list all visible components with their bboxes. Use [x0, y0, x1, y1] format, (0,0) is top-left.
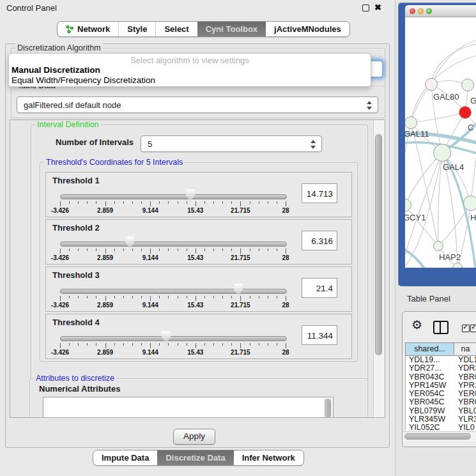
cyni-bottom-tab-bar: Impute Data Discretize Data Infer Networ… — [93, 450, 304, 466]
threshold-value-field[interactable]: 21.4 — [302, 278, 337, 298]
number-of-intervals-combobox[interactable]: 5 — [141, 135, 322, 152]
table-cell[interactable]: YER0 — [454, 390, 476, 398]
column-header-shared-name[interactable]: shared... — [406, 343, 454, 355]
table-row[interactable]: YDL19... YDL1 — [406, 356, 476, 364]
algorithm-placeholder-option[interactable]: Select algorithm to view settings — [9, 56, 371, 65]
network-canvas[interactable]: GAL80GACGAL11GAL4GCY1HHAP2 — [405, 17, 476, 268]
interval-definition-group-title: Interval Definition — [35, 120, 101, 129]
cyni-bottom-tab[interactable]: Infer Network — [234, 450, 303, 465]
table-horizontal-scrollbar[interactable] — [403, 431, 476, 441]
table-row[interactable]: YLR345W YLR3 — [406, 415, 476, 424]
close-icon[interactable]: ✖ — [374, 3, 381, 12]
tab-label: Cyni Toolbox — [206, 24, 257, 34]
network-view-window: GAL80GACGAL11GAL4GCY1HHAP2 — [398, 3, 476, 286]
table-cell[interactable]: YBR045C — [406, 398, 454, 406]
network-node-label: H — [470, 213, 476, 222]
table-cell[interactable]: YDR27... — [406, 364, 454, 372]
thresholds-group: Threshold's Coordinates for 5 Intervals … — [40, 162, 358, 362]
table-cell[interactable]: YLR345W — [406, 415, 454, 424]
column-header-name[interactable]: na — [454, 343, 476, 355]
algorithm-option-manual[interactable]: Manual Discretization — [12, 65, 100, 75]
number-of-intervals-value: 5 — [148, 139, 152, 149]
table-horizontal-scrollbar-thumb[interactable] — [404, 433, 471, 440]
network-node[interactable] — [459, 106, 472, 119]
table-cell[interactable]: YBR0 — [454, 373, 476, 381]
checkbox-icon[interactable] — [470, 325, 476, 332]
slider-track[interactable] — [60, 242, 287, 247]
control-panel-tab-bar: Network Style Select Cyni Toolbox jActiv… — [57, 21, 350, 37]
network-icon — [66, 25, 74, 33]
table-data-selected-value: galFiltered.sif default node — [24, 100, 121, 110]
table-cell[interactable]: YBR0 — [454, 398, 476, 406]
right-column: GAL80GACGAL11GAL4GCY1HHAP2 Table Panel ⚙… — [395, 0, 476, 476]
table-cell[interactable]: YPR1 — [454, 381, 476, 390]
application-root: Control Panel ✖ Network Style — [0, 0, 476, 476]
control-panel-tab[interactable]: Select — [155, 22, 197, 36]
table-row[interactable]: YER054C YER0 — [406, 390, 476, 398]
cyni-bottom-tab[interactable]: Impute Data — [93, 450, 157, 465]
table-row[interactable]: YBL079W YBL0 — [406, 407, 476, 415]
settings-scrollbar-thumb[interactable] — [375, 134, 382, 355]
table-cell[interactable]: YDR2 — [454, 364, 476, 372]
checkbox-icon[interactable] — [462, 325, 470, 332]
minimize-traffic-light-icon[interactable] — [418, 8, 424, 14]
network-node[interactable] — [433, 144, 451, 162]
table-data-combobox[interactable]: galFiltered.sif default node — [17, 96, 378, 113]
network-node[interactable] — [425, 78, 438, 91]
table-row[interactable]: YDR27... YDR2 — [406, 364, 476, 372]
network-node[interactable] — [433, 241, 443, 251]
table-row[interactable]: YBR045C YBR0 — [406, 398, 476, 406]
algorithm-option-equal-width[interactable]: Equal Width/Frequency Discretization — [12, 75, 155, 85]
slider-track[interactable] — [60, 336, 287, 341]
table-cell[interactable]: YDL1 — [454, 356, 476, 364]
table-cell[interactable]: YBL0 — [454, 407, 476, 415]
table-cell[interactable]: YBR043C — [406, 373, 454, 381]
network-node[interactable] — [463, 196, 476, 211]
table-panel-window: ⚙ shared... na YDL19... YDL1 YDR27... YD… — [402, 311, 476, 447]
zoom-traffic-light-icon[interactable] — [426, 8, 432, 14]
algorithm-dropdown-popup: Select algorithm to view settings Manual… — [8, 53, 371, 87]
list-scrollbar[interactable] — [324, 398, 332, 418]
slider-ticks — [60, 201, 286, 207]
table-row[interactable]: YBR043C YBR0 — [406, 373, 476, 381]
tab-label: Network — [77, 24, 110, 34]
settings-scrollbar[interactable] — [373, 120, 385, 417]
gear-icon[interactable]: ⚙ — [411, 318, 422, 332]
network-node[interactable] — [405, 199, 411, 211]
network-node-label: GAL4 — [443, 162, 464, 172]
discretization-algorithm-group-title: Discretization Algorithm — [15, 43, 103, 52]
tab-label: Style — [127, 24, 147, 34]
table-cell[interactable]: YLR3 — [454, 415, 476, 424]
float-window-icon[interactable] — [362, 4, 369, 12]
threshold-value-field[interactable]: 11.344 — [302, 325, 337, 345]
table-panel-title: Table Panel — [407, 294, 450, 303]
close-traffic-light-icon[interactable] — [410, 8, 415, 14]
split-columns-icon[interactable] — [433, 321, 449, 334]
control-panel-tab[interactable]: Style — [118, 22, 155, 36]
table-row[interactable]: YPR145W YPR1 — [406, 381, 476, 390]
cyni-bottom-tab[interactable]: Discretize Data — [157, 450, 233, 465]
list-scrollbar-thumb[interactable] — [325, 399, 331, 418]
network-node[interactable] — [452, 263, 463, 268]
threshold-value-field[interactable]: 14.713 — [302, 183, 337, 203]
attribute-list-item[interactable] — [43, 400, 333, 401]
table-cell[interactable]: YPR145W — [406, 381, 454, 390]
table-cell[interactable]: YDL19... — [406, 356, 454, 364]
control-panel-tab[interactable]: Cyni Toolbox — [197, 22, 266, 36]
slider-track[interactable] — [60, 194, 287, 199]
control-panel-window: Control Panel ✖ Network Style — [0, 0, 395, 476]
threshold-row: Threshold 3 -3.4262.8599.14415.4321.7152… — [45, 266, 352, 312]
table-cell[interactable]: YBL079W — [406, 407, 454, 415]
control-panel-titlebar: Control Panel ✖ — [0, 0, 395, 15]
table-cell[interactable]: YER054C — [406, 390, 454, 398]
network-node[interactable] — [461, 79, 474, 91]
control-panel-tab[interactable]: jActiveMNodules — [266, 22, 349, 36]
threshold-row: Threshold 2 -3.4262.8599.14415.4321.7152… — [45, 219, 352, 265]
threshold-value-field[interactable]: 6.316 — [302, 231, 337, 250]
control-panel-tab[interactable]: Network — [58, 22, 118, 36]
slider-ticks — [60, 296, 286, 302]
table-body: YDL19... YDL1 YDR27... YDR2 YBR043C YBR0… — [405, 356, 476, 433]
network-node[interactable] — [405, 116, 417, 129]
apply-button[interactable]: Apply — [173, 429, 215, 445]
slider-track[interactable] — [60, 289, 287, 294]
